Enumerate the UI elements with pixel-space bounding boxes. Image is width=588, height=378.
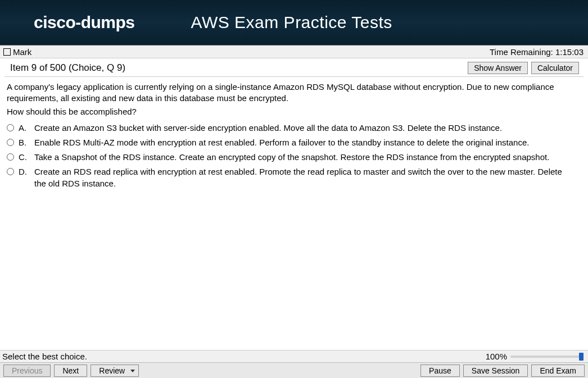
item-header-row: Item 9 of 500 (Choice, Q 9) Show Answer … [4,58,584,77]
mark-label: Mark [13,47,31,57]
progress-slider[interactable] [510,356,584,358]
option-a[interactable]: A. Create an Amazon S3 bucket with serve… [7,121,581,135]
option-letter: B. [19,137,30,148]
question-stem: A company's legacy application is curren… [7,81,581,104]
option-d[interactable]: D. Create an RDS read replica with encry… [7,165,581,191]
pause-button[interactable]: Pause [420,365,460,377]
option-text: Create an Amazon S3 bucket with server-s… [34,122,581,134]
option-c[interactable]: C. Take a Snapshot of the RDS instance. … [7,150,581,165]
progress-percent: 100% [486,352,507,361]
radio-a[interactable] [7,124,14,131]
slider-thumb[interactable] [579,353,584,361]
timer: Time Remaining: 1:15:03 [490,47,584,57]
save-session-button[interactable]: Save Session [463,365,528,377]
option-letter: A. [19,122,30,134]
next-button[interactable]: Next [54,365,87,377]
chevron-down-icon [130,370,135,372]
previous-button[interactable]: Previous [3,365,51,377]
app-header: cisco-dumps AWS Exam Practice Tests [0,0,588,45]
item-position-label: Item 9 of 500 (Choice, Q 9) [10,62,125,74]
instruction-text: Select the best choice. [2,352,87,361]
timer-value: 1:15:03 [555,47,584,57]
top-bar: Mark Time Remaining: 1:15:03 [0,45,588,58]
instruction-bar: Select the best choice. 100% [0,350,588,362]
timer-label: Time Remaining: [490,47,553,57]
radio-d[interactable] [7,168,14,175]
review-dropdown[interactable]: Review [91,365,139,377]
options-list: A. Create an Amazon S3 bucket with serve… [7,121,581,191]
option-letter: C. [19,152,30,163]
option-text: Take a Snapshot of the RDS instance. Cre… [34,152,581,163]
question-prompt: How should this be accomplished? [7,107,581,116]
end-exam-button[interactable]: End Exam [531,365,585,377]
mark-checkbox[interactable] [3,48,11,56]
progress-control: 100% [486,352,584,361]
radio-c[interactable] [7,153,14,161]
calculator-button[interactable]: Calculator [531,62,579,74]
page-title: AWS Exam Practice Tests [191,13,392,32]
mark-toggle[interactable]: Mark [3,47,31,57]
review-label: Review [99,366,125,375]
question-content: ▴ A company's legacy application is curr… [0,77,588,350]
show-answer-button[interactable]: Show Answer [468,62,528,74]
footer-bar: Previous Next Review Pause Save Session … [0,362,588,378]
option-text: Enable RDS Multi-AZ mode with encryption… [34,137,581,148]
option-b[interactable]: B. Enable RDS Multi-AZ mode with encrypt… [7,135,581,150]
option-letter: D. [19,166,30,177]
logo: cisco-dumps [34,13,135,32]
radio-b[interactable] [7,139,14,146]
option-text: Create an RDS read replica with encrypti… [34,166,581,189]
